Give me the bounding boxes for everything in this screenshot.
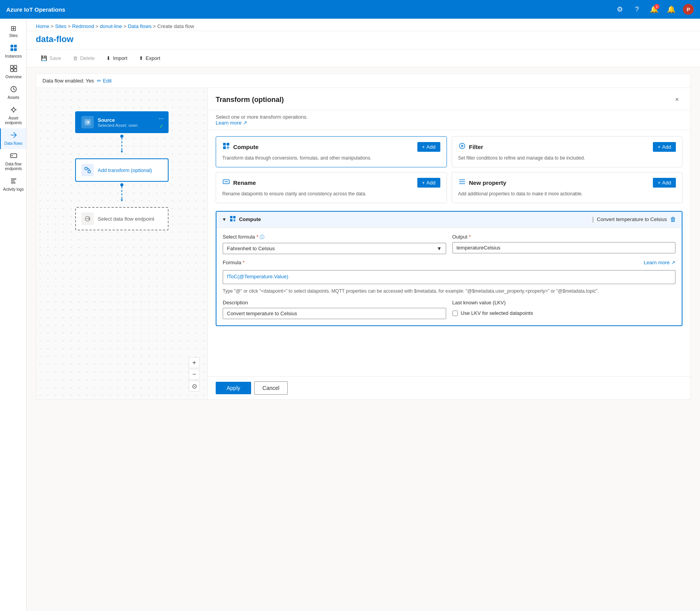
output-input[interactable] — [452, 242, 676, 253]
compute-card-icon — [222, 142, 230, 152]
filter-card-desc: Set filter conditions to refine and mana… — [458, 155, 676, 162]
panel-footer: Apply Cancel — [208, 376, 690, 399]
zoom-controls: + − ⊙ — [189, 357, 200, 392]
compute-add-button[interactable]: + Add — [417, 142, 440, 152]
compute-section-subtitle: Convert temperature to Celsius — [597, 216, 667, 222]
import-button[interactable]: ⬇ Import — [101, 53, 132, 64]
breadcrumb-home[interactable]: Home — [36, 23, 49, 29]
breadcrumb-donut-line[interactable]: donut-line — [100, 23, 122, 29]
main-content: Data flow enabled: Yes ✏ Edit — [26, 67, 700, 611]
sidebar-label-instances: Instances — [5, 54, 22, 59]
rename-card-title-row: Rename — [222, 178, 256, 188]
connector-line-1 — [121, 138, 122, 150]
filter-add-plus: + — [658, 144, 661, 150]
formula-input[interactable]: fToC(@Temperature.Value) — [223, 270, 675, 284]
rename-add-label: Add — [426, 180, 435, 186]
save-button[interactable]: 💾 Save — [36, 53, 66, 64]
notification-badge: 1 — [654, 4, 660, 9]
sidebar-item-asset-endpoints[interactable]: Asset endpoints — [0, 103, 26, 128]
sidebar-item-sites[interactable]: ⊞ Sites — [0, 22, 26, 41]
source-node-more[interactable]: ··· — [159, 115, 164, 122]
dataflow-enabled-bar: Data flow enabled: Yes ✏ Edit — [36, 74, 691, 88]
sidebar-item-instances[interactable]: Instances — [0, 41, 26, 62]
output-required: * — [469, 234, 471, 240]
svg-rect-16 — [85, 167, 87, 170]
apply-button[interactable]: Apply — [216, 382, 251, 394]
settings-icon[interactable]: ⚙ — [614, 4, 625, 15]
breadcrumb-data-flows[interactable]: Data flows — [128, 23, 151, 29]
svg-rect-25 — [233, 216, 236, 218]
formula-info-icon[interactable]: ⓘ — [260, 234, 264, 240]
sidebar-item-overview[interactable]: Overview — [0, 62, 26, 83]
panel-body[interactable]: Compute + Add Transform data through con… — [208, 130, 690, 376]
asset-endpoints-icon — [10, 106, 17, 114]
description-label: Description — [223, 300, 446, 306]
edit-link[interactable]: ✏ Edit — [97, 78, 111, 84]
sidebar-label-activity-logs: Activity logs — [3, 187, 24, 192]
notification-icon[interactable]: 🔔 1 — [649, 4, 660, 15]
sidebar-item-data-flows[interactable]: Data flows — [0, 128, 26, 149]
alert-icon[interactable]: 🔔 — [666, 4, 677, 15]
description-input[interactable] — [223, 308, 446, 319]
formula-learn-more-text: Learn more — [644, 260, 670, 265]
transform-panel: Transform (optional) × Select one or mor… — [208, 88, 690, 399]
export-button[interactable]: ⬆ Export — [134, 53, 165, 64]
nav-icons: ⚙ ? 🔔 1 🔔 P — [614, 4, 694, 15]
help-icon[interactable]: ? — [631, 4, 642, 15]
formula-select-group: Select formula * ⓘ Fahrenheit to Celsius… — [223, 234, 446, 254]
endpoint-node[interactable]: Select data flow endpoint — [75, 207, 169, 230]
zoom-out-button[interactable]: − — [189, 369, 200, 380]
new-property-add-button[interactable]: + Add — [653, 178, 676, 188]
formula-dropdown-chevron: ▼ — [437, 246, 442, 251]
overview-icon — [10, 65, 17, 73]
connector-dot-1 — [120, 135, 123, 138]
zoom-in-button[interactable]: + — [189, 357, 200, 368]
data-flows-icon — [10, 132, 17, 140]
compute-collapse-button[interactable]: ▼ — [222, 217, 227, 222]
transform-node[interactable]: Add transform (optional) — [75, 158, 169, 182]
sidebar-label-data-flow-endpoints: Data flow endpoints — [2, 162, 25, 171]
cancel-button[interactable]: Cancel — [254, 381, 288, 395]
compute-add-label: Add — [426, 144, 435, 150]
formula-field-required: * — [243, 260, 244, 265]
formula-value: fToC(@Temperature.Value) — [227, 274, 288, 279]
panel-subtitle-text: Select one or more transform operations. — [216, 114, 308, 120]
source-node-check: ✓ — [159, 123, 164, 129]
filter-card-title: Filter — [469, 144, 484, 150]
svg-rect-7 — [14, 69, 17, 72]
svg-rect-14 — [11, 183, 16, 183]
breadcrumb-sites[interactable]: Sites — [55, 23, 67, 29]
delete-button[interactable]: 🗑 Delete — [68, 53, 100, 64]
lkv-label: Last known value (LKV) — [452, 300, 676, 306]
new-property-card-icon — [458, 178, 466, 188]
panel-close-button[interactable]: × — [672, 94, 682, 105]
filter-add-button[interactable]: + Add — [653, 142, 676, 152]
compute-delete-button[interactable]: 🗑 — [670, 216, 676, 223]
rename-add-button[interactable]: + Add — [417, 178, 440, 188]
compute-add-plus: + — [422, 144, 425, 150]
sidebar-item-assets[interactable]: Assets — [0, 83, 26, 103]
formula-select-dropdown[interactable]: Fahrenheit to Celsius ▼ — [223, 243, 446, 254]
page-header: data-flow — [26, 31, 700, 49]
breadcrumb: Home > Sites > Redmond > donut-line > Da… — [26, 19, 700, 31]
zoom-reset-button[interactable]: ⊙ — [189, 381, 200, 392]
panel-title: Transform (optional) — [216, 96, 284, 104]
app-title: Azure IoT Operations — [6, 6, 614, 13]
user-avatar[interactable]: P — [683, 4, 694, 15]
endpoint-node-label: Select data flow endpoint — [98, 216, 154, 222]
svg-rect-10 — [11, 154, 17, 158]
sidebar-item-activity-logs[interactable]: Activity logs — [0, 174, 26, 195]
lkv-checkbox[interactable] — [452, 311, 458, 316]
flow-canvas: Source Selected Asset: oven ··· ✓ ▼ — [36, 88, 208, 399]
sidebar-item-data-flow-endpoints[interactable]: Data flow endpoints — [0, 149, 26, 174]
lkv-checkbox-row: Use LKV for selected datapoints — [452, 310, 676, 316]
formula-learn-more-link[interactable]: Learn more ↗ — [644, 260, 675, 265]
breadcrumb-redmond[interactable]: Redmond — [72, 23, 94, 29]
compute-card: Compute + Add Transform data through con… — [216, 136, 447, 167]
panel-learn-more-link[interactable]: Learn more ↗ — [216, 120, 682, 126]
canvas-wrapper: Source Selected Asset: oven ··· ✓ ▼ — [36, 88, 691, 400]
source-node[interactable]: Source Selected Asset: oven ··· ✓ — [75, 111, 169, 133]
breadcrumb-sep4: > — [123, 23, 128, 29]
formula-select-value: Fahrenheit to Celsius — [227, 246, 275, 251]
import-icon: ⬇ — [106, 55, 111, 61]
